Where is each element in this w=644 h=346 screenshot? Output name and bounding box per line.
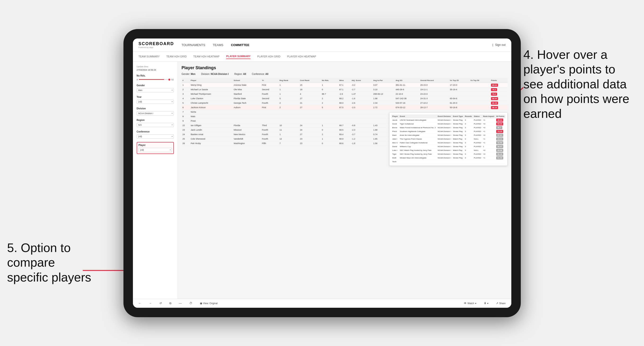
nav-teams[interactable]: TEAMS (213, 42, 224, 48)
toolbar-download-button[interactable]: ⬇ ▾ (482, 301, 490, 306)
popup-points-5: 57.57 (496, 134, 503, 137)
logo-area: SCOREBOARD Powered by clippi (138, 41, 174, 48)
gender-select-wrapper: Men Women ▾ (137, 88, 174, 92)
logo-sub: Powered by clippi (138, 46, 174, 48)
conference-select[interactable]: (All) ACC SEC (137, 134, 174, 139)
toolbar-watch-button[interactable]: 👁 Watch ▾ (462, 301, 478, 306)
bottom-toolbar: ← → ↺ ⧉ — ⏱ ◉ View: Or (133, 299, 511, 308)
popup-points-3: 46.7 (496, 126, 502, 129)
sidebar-region: Region N/A All ▾ (137, 119, 174, 127)
points-badge-3[interactable]: 70.2 (491, 93, 497, 96)
forward-icon: → (149, 302, 152, 305)
filter-region: Region: All (234, 73, 246, 75)
toolbar-view-original-button[interactable]: ◉ View: Original (198, 301, 220, 306)
col-adj-score: Adj. Score (351, 78, 372, 83)
toolbar-share-button[interactable]: ↗ Share (494, 301, 508, 306)
player-select-wrapper: (All) Wenyi Ding Jackson Koivun ▾ (138, 148, 172, 152)
col-vs-top25: Vs Top 25 (449, 78, 470, 83)
table-header-row: # Player School Yr Reg Rank Conf Rank No… (182, 78, 508, 83)
toolbar-clock-button[interactable]: ⏱ (188, 301, 194, 306)
col-conf-rank: Conf Rank (299, 78, 321, 83)
popup-points-2: 53.60 (496, 122, 503, 125)
popup-points-1: 40.64 (496, 119, 503, 122)
popup-row: Teoh (392, 160, 506, 164)
popup-row: MottlMirabel Maui Jim IntercollegiateNCA… (392, 156, 506, 160)
col-school: School (233, 78, 261, 83)
points-badge-1[interactable]: 80.64 (491, 84, 498, 87)
conference-arrow-icon: ▾ (172, 136, 173, 138)
player-select[interactable]: (All) Wenyi Ding Jackson Koivun (138, 148, 172, 152)
subnav-player-h2h-grid[interactable]: PLAYER H2H GRID (257, 54, 280, 59)
year-select[interactable]: (All) 2024 2023 (137, 100, 174, 104)
download-icon: ⬇ (484, 302, 486, 305)
sidebar-gender: Gender Men Women ▾ (137, 84, 174, 92)
gender-title: Gender (137, 84, 174, 87)
popup-row: TigerSEC Stroke Play hosted by Jerry Pat… (392, 152, 506, 156)
subnav-player-h2h-heatmap[interactable]: PLAYER H2H HEATMAP (287, 54, 316, 59)
toolbar-minus-button[interactable]: — (177, 301, 184, 306)
points-badge-4[interactable]: 68.94 (491, 97, 498, 100)
nav-bar: ·| (492, 43, 493, 46)
no-rds-title: No Rds. (137, 74, 174, 77)
popup-row: DavidWilliams CupNCAA Division IStroke P… (392, 145, 506, 148)
col-num: # (182, 78, 190, 83)
gender-select[interactable]: Men Women (137, 88, 174, 92)
annotation-bottom-left: 5. Option to compare specific players (7, 240, 97, 285)
division-select[interactable]: NCAA Division I NCAA Division II (137, 111, 174, 116)
year-title: Year (137, 96, 174, 98)
no-rds-from: 4 (137, 78, 138, 81)
popup-row: MareAmer An IntercollegiateNCAA Division… (392, 133, 506, 137)
sign-out-button[interactable]: Sign out (495, 43, 506, 46)
no-rds-slider[interactable] (139, 79, 170, 80)
points-badge-5[interactable]: 60.49 (491, 102, 498, 105)
col-avg-to-par: Avg to-Par (372, 78, 395, 83)
tablet-frame: SCOREBOARD Powered by clippi TOURNAMENTS… (124, 29, 521, 317)
nav-tournaments[interactable]: TOURNAMENTS (182, 42, 205, 48)
sidebar-year: Year (All) 2024 2023 ▾ (137, 96, 174, 104)
subnav-team-h2h-grid[interactable]: TEAM H2H GRID (166, 54, 186, 59)
sidebar-division: Division NCAA Division I NCAA Division I… (137, 107, 174, 116)
popup-row: Luke ISEC Match Play hosted by Jerry Pat… (392, 148, 506, 152)
nav-right: ·| Sign out (492, 43, 506, 46)
region-select[interactable]: N/A All (137, 123, 174, 127)
minus-icon: — (179, 302, 182, 305)
sub-nav: TEAM SUMMARY TEAM H2H GRID TEAM H2H HEAT… (133, 52, 511, 62)
region-arrow-icon: ▾ (172, 124, 173, 126)
popup-header-row: Player Event Event Division Event Type R… (392, 115, 506, 118)
division-arrow-icon: ▾ (172, 112, 173, 114)
sidebar-no-rds: No Rds. 4 52 (137, 74, 174, 81)
toolbar-refresh-button[interactable]: ↺ (158, 301, 164, 306)
top-nav: SCOREBOARD Powered by clippi TOURNAMENTS… (133, 38, 511, 52)
sidebar-update: Update time: 27/03/2024 16:56:26 (137, 65, 174, 71)
col-vs-top50: Vs Top 50 (470, 78, 490, 83)
table-row: 1 Wenyi Ding Arizona State First 1 15 1 … (182, 83, 508, 87)
share-icon: ↗ (496, 302, 498, 305)
col-reg-rank: Reg Rank (278, 78, 299, 83)
filter-gender: Gender: Men (182, 73, 196, 75)
toolbar-copy-button[interactable]: ⧉ (168, 301, 173, 306)
table-row: 4 Luke Clanton Florida State Second 5 27… (182, 96, 508, 101)
nav-committee[interactable]: COMMITTEE (231, 42, 249, 48)
tablet-screen: SCOREBOARD Powered by clippi TOURNAMENTS… (133, 38, 511, 308)
year-select-wrapper: (All) 2024 2023 ▾ (137, 100, 174, 104)
table-row-highlighted: 6 Jackson Koivun Auburn First 2 27 5 87.… (182, 105, 508, 110)
sidebar-conference: Conference (All) ACC SEC ▾ (137, 130, 174, 139)
standings-table: # Player School Yr Reg Rank Conf Rank No… (182, 78, 508, 146)
page-wrapper: 4. Hover over a player's points to see a… (0, 0, 644, 346)
popup-points-9: 25.98 (496, 149, 503, 152)
toolbar-back-button[interactable]: ← (137, 301, 143, 306)
popup-table: Player Event Event Division Event Type R… (392, 115, 506, 164)
filter-conference: Conference: All (252, 73, 268, 75)
toolbar-forward-button[interactable]: → (147, 301, 154, 306)
no-rds-slider-row: 4 52 (137, 78, 174, 81)
subnav-player-summary[interactable]: PLAYER SUMMARY (226, 54, 250, 59)
region-select-wrapper: N/A All ▾ (137, 123, 174, 127)
points-badge-2[interactable]: 76.2 (491, 88, 497, 91)
popup-points-7: 16.50 (496, 141, 503, 144)
subnav-team-h2h-heatmap[interactable]: TEAM H2H HEATMAP (193, 54, 220, 59)
col-points: Points (490, 78, 507, 83)
col-yr: Yr (261, 78, 278, 83)
subnav-team-summary[interactable]: TEAM SUMMARY (138, 54, 160, 59)
popup-points-11: 61.40 (496, 156, 503, 160)
points-badge-6[interactable]: 58.18 (491, 106, 498, 109)
